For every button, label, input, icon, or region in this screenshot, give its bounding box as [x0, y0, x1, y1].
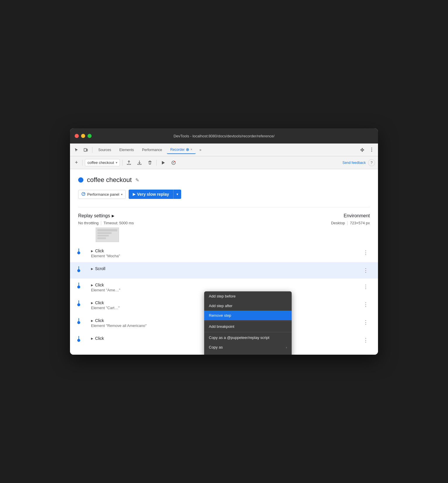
recording-indicator: [78, 177, 83, 183]
step-more-btn-4[interactable]: ⋮: [362, 300, 370, 309]
help-icon[interactable]: ?: [368, 159, 375, 166]
replay-btn-group: ▶ Very slow replay ▾: [129, 190, 181, 199]
step-action-label-2: Scroll: [95, 266, 105, 271]
step-action-label-4: Click: [95, 300, 104, 305]
replay-main-btn[interactable]: ▶ Very slow replay: [129, 190, 173, 199]
svg-point-6: [174, 161, 175, 162]
play-icon[interactable]: [159, 159, 167, 167]
svg-point-4: [362, 149, 363, 150]
step-timeline-2: [70, 266, 88, 272]
svg-point-8: [83, 194, 84, 194]
menu-separator-2: [204, 332, 292, 332]
step-timeline-5: [70, 318, 88, 324]
settings-gear-icon[interactable]: [358, 146, 366, 154]
step-timeline-4: [70, 300, 88, 306]
add-recording-btn[interactable]: +: [73, 159, 80, 166]
environment-title: Environment: [331, 213, 370, 218]
traffic-lights: [75, 134, 92, 138]
replay-settings-title[interactable]: Replay settings ▶: [78, 213, 134, 218]
maximize-button[interactable]: [88, 134, 92, 138]
performance-panel-btn[interactable]: Performance panel ▾: [78, 190, 126, 199]
send-feedback-link[interactable]: Send feedback: [342, 161, 366, 165]
tab-sources[interactable]: Sources: [95, 146, 115, 154]
menu-item-add-before[interactable]: Add step before: [204, 291, 292, 301]
import-icon[interactable]: [135, 159, 144, 167]
thumbnail-image: [96, 228, 119, 242]
step-dot-1: [77, 251, 80, 254]
step-more-btn-3[interactable]: ⋮: [362, 283, 370, 291]
menu-item-add-breakpoint[interactable]: Add breakpoint: [204, 322, 292, 331]
step-dot-2: [77, 269, 80, 272]
replay-dropdown-btn[interactable]: ▾: [173, 190, 181, 199]
step-more-btn-5[interactable]: ⋮: [362, 318, 370, 326]
copy-as-arrow-icon: ›: [286, 346, 287, 349]
env-separator: [347, 221, 348, 225]
title-bar: DevTools - localhost:8080/docs/devtools/…: [70, 128, 378, 144]
step-action-label-3: Click: [95, 283, 104, 287]
action-bar: Performance panel ▾ ▶ Very slow replay ▾: [78, 190, 370, 199]
step-item-highlighted: ▶ Scroll ⋮ Add step before Add step afte…: [70, 262, 378, 279]
step-more-btn-2[interactable]: ⋮: [362, 266, 370, 274]
step-more-btn-1[interactable]: ⋮: [362, 249, 370, 257]
step-more-btn-6[interactable]: ⋮: [362, 336, 370, 344]
minimize-button[interactable]: [81, 134, 85, 138]
performance-icon: [81, 192, 85, 197]
window-title: DevTools - localhost:8080/docs/devtools/…: [174, 134, 274, 138]
menu-item-services[interactable]: Services ›: [204, 352, 292, 355]
resolution-label: 723×574 px: [350, 221, 370, 225]
svg-rect-0: [84, 148, 86, 151]
step-timeline-6: [70, 336, 88, 342]
menu-item-remove-step[interactable]: Remove step: [204, 311, 292, 320]
step-expand-icon-6[interactable]: ▶: [91, 337, 93, 340]
context-menu: Add step before Add step after Remove st…: [204, 291, 292, 355]
recording-selector[interactable]: coffee checkout ▾: [85, 159, 120, 166]
replay-settings: Replay settings ▶ No throttling Timeout:…: [78, 213, 134, 225]
step-expand-icon-1[interactable]: ▶: [91, 249, 93, 253]
toolbar-divider-1: [92, 147, 92, 153]
more-tabs-btn[interactable]: »: [197, 146, 204, 153]
step-thumbnail: [96, 228, 119, 242]
step-item: ▶ Click Element "Mocha" ⋮: [70, 244, 378, 262]
performance-panel-chevron-icon: ▾: [121, 193, 123, 196]
tab-performance[interactable]: Performance: [139, 146, 166, 154]
devtools-window: DevTools - localhost:8080/docs/devtools/…: [70, 128, 378, 355]
step-action-label-1: Click: [95, 249, 104, 253]
step-dot-5: [77, 321, 80, 324]
tab-recorder-label: Recorder: [170, 148, 185, 152]
device-toolbar-icon[interactable]: [82, 146, 90, 154]
main-content: coffee checkout ✎ Performance panel ▾ ▶: [70, 169, 378, 225]
recorder-toolbar-divider-2: [122, 160, 123, 166]
step-action-3: ▶ Click: [91, 283, 362, 287]
menu-item-copy-as[interactable]: Copy as ›: [204, 342, 292, 352]
chevron-down-icon: ▾: [116, 161, 117, 164]
step-expand-icon-2[interactable]: ▶: [91, 267, 93, 270]
cursor-icon[interactable]: [72, 146, 80, 154]
step-action-1: ▶ Click: [91, 249, 362, 253]
menu-item-copy-puppeteer[interactable]: Copy as a @puppeteer/replay script: [204, 333, 292, 342]
record-icon[interactable]: [169, 159, 178, 167]
step-expand-icon-5[interactable]: ▶: [91, 319, 93, 322]
environment-section: Environment Desktop 723×574 px: [331, 213, 370, 225]
export-icon[interactable]: [125, 159, 133, 167]
recording-selector-name: coffee checkout: [88, 160, 114, 165]
replay-settings-arrow-icon: ▶: [112, 214, 114, 218]
step-dot-6: [77, 339, 80, 342]
desktop-label: Desktop: [331, 221, 345, 225]
tab-recorder[interactable]: Recorder ×: [167, 146, 196, 154]
svg-point-3: [187, 149, 188, 150]
svg-rect-1: [87, 149, 88, 151]
replay-play-icon: ▶: [133, 192, 135, 196]
step-content-2: ▶ Scroll: [88, 266, 362, 271]
step-expand-icon-3[interactable]: ▶: [91, 284, 93, 287]
edit-title-icon[interactable]: ✎: [135, 177, 139, 183]
tab-recorder-close[interactable]: ×: [190, 148, 192, 151]
menu-item-add-after[interactable]: Add step after: [204, 301, 292, 311]
delete-icon[interactable]: [146, 159, 154, 167]
step-expand-icon-4[interactable]: ▶: [91, 301, 93, 304]
three-dot-menu-icon[interactable]: ⋮: [368, 146, 376, 154]
step-description-1: Element "Mocha": [91, 254, 362, 258]
tab-elements[interactable]: Elements: [116, 146, 137, 154]
close-button[interactable]: [75, 134, 79, 138]
menu-separator-1: [204, 321, 292, 321]
step-action-label-6: Click: [95, 336, 104, 341]
